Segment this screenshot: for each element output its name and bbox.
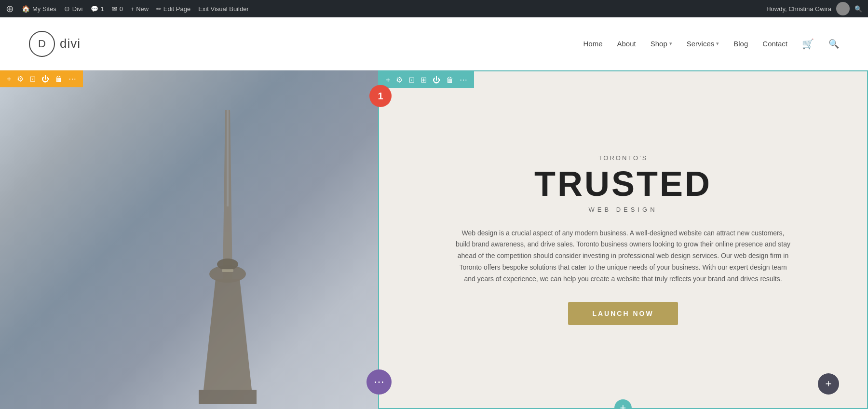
edit-page-item[interactable]: ✏ Edit Page <box>156 5 190 13</box>
svg-rect-5 <box>199 390 257 404</box>
shop-chevron-icon: ▾ <box>669 41 672 47</box>
main-content: + ⚙ ⊡ ⏻ 🗑 ⋯ + ⚙ ⊡ ⊞ ⏻ 🗑 ⋯ 1 TORONTO'S TR… <box>0 70 868 409</box>
right-column: + ⚙ ⊡ ⊞ ⏻ 🗑 ⋯ 1 TORONTO'S TRUSTED WEB DE… <box>378 70 868 409</box>
divi-item[interactable]: ⊙ Divi <box>64 5 83 13</box>
duplicate-icon-right[interactable]: ⊡ <box>408 75 415 84</box>
nav-item-services[interactable]: Services ▾ <box>687 40 719 48</box>
logo-text: divi <box>60 36 81 51</box>
user-avatar <box>836 2 850 15</box>
purple-dots-button[interactable]: ⋯ <box>366 369 392 395</box>
cart-icon[interactable]: 🛒 <box>802 38 814 50</box>
right-toolbar: + ⚙ ⊡ ⊞ ⏻ 🗑 ⋯ <box>379 71 474 88</box>
launch-button[interactable]: LAUNCH NOW <box>568 302 678 325</box>
svg-rect-6 <box>222 269 233 272</box>
my-sites[interactable]: 🏠 My Sites <box>22 5 56 13</box>
toggle-icon-right[interactable]: ⏻ <box>433 76 440 84</box>
delete-icon-right[interactable]: 🗑 <box>446 76 454 84</box>
search-icon[interactable]: 🔍 <box>828 39 839 49</box>
admin-bar-right: Howdy, Christina Gwira 🔍 <box>766 2 862 15</box>
left-column: + ⚙ ⊡ ⏻ 🗑 ⋯ <box>0 70 378 409</box>
hero-image <box>0 70 378 409</box>
grid-icon-right[interactable]: ⊞ <box>420 75 427 84</box>
more-icon-left[interactable]: ⋯ <box>68 74 76 83</box>
admin-bar: ⊕ 🏠 My Sites ⊙ Divi 💬 1 ✉ 0 + New ✏ Edit… <box>0 0 868 17</box>
settings-icon-left[interactable]: ⚙ <box>17 74 24 83</box>
add-icon-left[interactable]: + <box>7 75 11 83</box>
more-icon-right[interactable]: ⋯ <box>460 75 467 84</box>
nav-item-shop[interactable]: Shop ▾ <box>651 40 672 48</box>
wp-logo[interactable]: ⊕ <box>6 3 14 14</box>
messages-item[interactable]: ✉ 0 <box>112 5 123 13</box>
admin-search-icon[interactable]: 🔍 <box>854 5 862 13</box>
duplicate-icon-left[interactable]: ⊡ <box>29 74 36 83</box>
comments-item[interactable]: 💬 1 <box>91 5 104 13</box>
site-logo[interactable]: D divi <box>29 31 81 57</box>
new-item[interactable]: + New <box>131 5 149 13</box>
dark-add-button[interactable]: + <box>818 373 839 395</box>
site-header: D divi Home About Shop ▾ Services ▾ Blog… <box>0 17 868 70</box>
svg-point-2 <box>217 259 238 270</box>
toggle-icon-left[interactable]: ⏻ <box>41 75 49 83</box>
svg-marker-4 <box>203 279 252 390</box>
content-subtitle: TORONTO'S <box>598 154 648 162</box>
logo-circle: D <box>29 31 55 57</box>
left-toolbar: + ⚙ ⊡ ⏻ 🗑 ⋯ <box>0 70 83 87</box>
nav-item-contact[interactable]: Contact <box>762 40 787 48</box>
services-chevron-icon: ▾ <box>716 41 719 47</box>
nav-item-home[interactable]: Home <box>583 40 602 48</box>
content-subtitle2: WEB DESIGN <box>588 206 657 213</box>
nav-item-about[interactable]: About <box>617 40 636 48</box>
content-body: Web design is a crucial aspect of any mo… <box>454 228 792 285</box>
cn-tower-svg <box>131 110 324 409</box>
howdy-text: Howdy, Christina Gwira <box>766 5 831 13</box>
svg-rect-3 <box>227 110 229 206</box>
add-row-button[interactable]: + <box>614 399 632 409</box>
add-icon-right[interactable]: + <box>386 76 390 84</box>
nav-item-blog[interactable]: Blog <box>733 40 748 48</box>
content-title: TRUSTED <box>534 166 712 201</box>
section-number-badge: 1 <box>369 85 392 107</box>
settings-icon-right[interactable]: ⚙ <box>396 75 403 84</box>
delete-icon-left[interactable]: 🗑 <box>55 75 63 83</box>
exit-builder-item[interactable]: Exit Visual Builder <box>198 5 249 13</box>
site-nav: Home About Shop ▾ Services ▾ Blog Contac… <box>583 38 839 50</box>
